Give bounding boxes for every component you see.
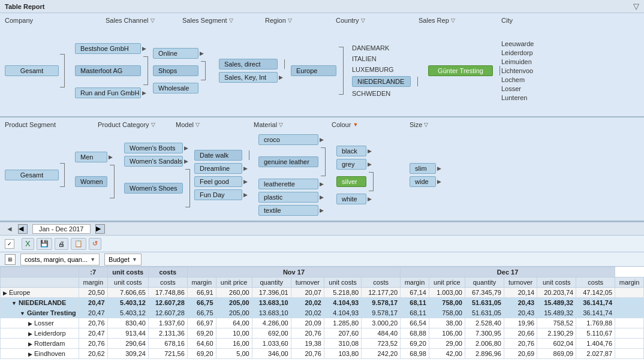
b-size-wide-node[interactable]: wide: [410, 176, 436, 187]
b-cat-sandals-node[interactable]: Women's Sandals: [124, 156, 183, 167]
segment-direct: Sales, direct: [219, 59, 290, 70]
row-label-cell: ▶Rotterdam: [1, 339, 79, 349]
country-italien[interactable]: ITALIEN: [352, 55, 427, 63]
excel-btn[interactable]: X: [22, 238, 34, 250]
data-cell: 38,00: [429, 318, 465, 328]
checkbox-icon[interactable]: ✓: [5, 239, 14, 249]
b-cat-shoes-node[interactable]: Women's Shoes: [124, 183, 183, 194]
size-filter-icon[interactable]: ▽: [424, 122, 428, 128]
b-model-dreamline-node[interactable]: Dreamline: [194, 163, 242, 174]
data-cell: 20,76: [79, 318, 107, 328]
print-btn[interactable]: 🖨: [55, 238, 68, 250]
scroll-left-icon[interactable]: ◄: [6, 225, 13, 233]
region-europe-node[interactable]: Europe: [291, 65, 336, 76]
b-gesamt-node[interactable]: Gesamt: [5, 170, 59, 180]
sales-rep-filter-icon[interactable]: ▽: [451, 17, 455, 23]
expand-icon[interactable]: ▶: [28, 331, 32, 337]
gesamt-node[interactable]: Gesamt: [5, 65, 59, 76]
data-cell: 3.000,20: [362, 318, 401, 328]
b-segment-men-node[interactable]: Men: [75, 152, 107, 162]
company-masterfoot-node[interactable]: Masterfoot AG: [75, 65, 141, 76]
b-model-feelgood-node[interactable]: Feel good: [194, 176, 242, 187]
country-niederlande-node[interactable]: NIEDERLANDE: [352, 76, 411, 87]
copy-btn[interactable]: 📋: [71, 238, 86, 250]
country-danemark[interactable]: DANEMARK: [352, 44, 427, 52]
channel-shops-node[interactable]: Shops: [153, 65, 198, 76]
th-h2: unit costs: [107, 277, 148, 288]
b-segment-women-node[interactable]: Women: [75, 176, 107, 187]
timeline-prev-btn[interactable]: ◀: [18, 224, 28, 234]
b-model-datewalk-node[interactable]: Date walk: [194, 150, 242, 161]
th-empty: [1, 267, 79, 277]
model-filter-icon[interactable]: ▽: [195, 122, 200, 128]
channel-online-node[interactable]: Online: [153, 48, 198, 59]
timeline-next-btn[interactable]: ▶: [95, 224, 105, 234]
metric-dropdown[interactable]: costs, margin, quan... ▼: [20, 254, 100, 266]
data-cell: [615, 298, 644, 308]
data-cell: 290,64: [107, 339, 148, 349]
data-cell: 36.141,74: [576, 298, 615, 308]
th-h6: quantity: [252, 277, 291, 288]
channel-wholesale: Wholesale: [153, 83, 218, 93]
b-cat-boots-node[interactable]: Women's Boots: [124, 143, 183, 153]
th-h9: costs: [362, 277, 401, 288]
product-category-filter-icon[interactable]: ▽: [151, 122, 155, 128]
header-country: Country ▽: [336, 17, 414, 24]
expand-icon[interactable]: ▶: [28, 351, 32, 357]
title-filter-icon[interactable]: ▽: [633, 2, 639, 11]
b-materials-col: croco ▶ genuine leather leatherette ▶ pl…: [258, 134, 335, 216]
material-filter-icon[interactable]: ▽: [279, 122, 283, 128]
small-icon-btn[interactable]: ⊞: [5, 254, 16, 265]
data-cell: [615, 328, 644, 339]
save-btn[interactable]: 💾: [37, 238, 52, 250]
b-mat-textile-node[interactable]: textile: [258, 205, 318, 216]
city-leeuwarde[interactable]: Leeuwarde: [501, 40, 549, 47]
b-arrow-croco: ▶: [320, 137, 324, 143]
b-colour-silver-node[interactable]: silver: [336, 176, 366, 187]
type-dropdown[interactable]: Budget ▼: [104, 254, 142, 266]
bracket-salesrep: [413, 77, 418, 86]
data-cell: 13.683,10: [252, 308, 291, 318]
city-lunteren[interactable]: Lunteren: [501, 94, 549, 101]
city-lichtenvoo[interactable]: Lichtenvoo: [501, 67, 549, 74]
b-size-slim-node[interactable]: slim: [410, 163, 436, 174]
data-cell: 66,54: [401, 318, 429, 328]
expand-icon[interactable]: ▶: [3, 290, 7, 296]
expand-icon[interactable]: ▼: [20, 310, 25, 316]
channel-wholesale-node[interactable]: Wholesale: [153, 83, 198, 93]
city-lochem[interactable]: Lochem: [501, 76, 549, 83]
city-losser[interactable]: Losser: [501, 85, 549, 92]
expand-icon[interactable]: ▶: [28, 341, 32, 347]
city-leiderdorp[interactable]: Leiderdorp: [501, 49, 549, 56]
b-model-funday-node[interactable]: Fun Day: [194, 189, 242, 200]
data-cell: 723,52: [362, 339, 401, 349]
b-mat-plastic-node[interactable]: plastic: [258, 192, 318, 203]
segment-direct-node[interactable]: Sales, direct: [219, 59, 278, 70]
country-schweden[interactable]: SCHWEDEN: [352, 89, 427, 98]
b-colour-black-node[interactable]: black: [336, 146, 366, 156]
region-filter-icon[interactable]: ▽: [288, 17, 292, 23]
company-runfun-node[interactable]: Run and Fun GmbH: [75, 88, 141, 98]
b-mat-genuine-node[interactable]: genuine leather: [258, 156, 318, 167]
expand-icon[interactable]: ▼: [11, 300, 17, 306]
company-bestshoe-node[interactable]: Bestshoe GmbH: [75, 43, 141, 54]
salesrep-gunter-node[interactable]: Günter Tresting: [428, 65, 493, 76]
segment-key: Sales, Key, Int ▶: [219, 72, 290, 83]
b-colour-white-node[interactable]: white: [336, 194, 366, 204]
b-colour-grey-node[interactable]: grey: [336, 159, 366, 170]
window-title: Table Report: [5, 3, 44, 10]
country-filter-icon[interactable]: ▽: [361, 17, 365, 23]
city-leimuiden[interactable]: Leimuiden: [501, 58, 549, 65]
segment-key-node[interactable]: Sales, Key, Int: [219, 72, 278, 83]
sales-channel-filter-icon[interactable]: ▽: [151, 17, 155, 23]
expand-icon[interactable]: ▶: [28, 321, 32, 327]
refresh-btn[interactable]: ↺: [89, 238, 101, 250]
b-categories-col: Women's Boots ▶ Women's Sandals ▶ Women'…: [124, 143, 193, 207]
data-cell: 4.104,93: [324, 308, 361, 318]
country-luxemburg[interactable]: LUXEMBURG: [352, 65, 427, 74]
sales-segment-filter-icon[interactable]: ▽: [229, 17, 233, 23]
b-mat-croco-node[interactable]: croco: [258, 134, 318, 145]
colour-filter-icon[interactable]: ▼: [353, 122, 358, 128]
row-label-cell: ▼Günter Tresting: [1, 308, 79, 318]
b-mat-leatherette-node[interactable]: leatherette: [258, 179, 318, 189]
